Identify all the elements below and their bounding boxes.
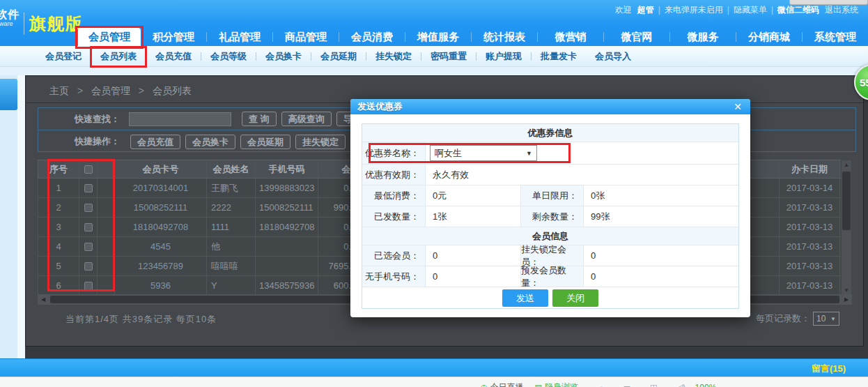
vscroll-thumb[interactable] <box>842 172 851 230</box>
toolbar-icon-3[interactable]: ◳ <box>650 383 657 387</box>
welcome-label: 欢迎 <box>615 5 632 15</box>
coupon-name-select[interactable]: 啊女生 ▼ <box>430 145 537 161</box>
nav-tab-wechat-service[interactable]: 微服务 <box>670 31 736 44</box>
nav-tab-products[interactable]: 商品管理 <box>273 31 339 44</box>
live-icon: ◷ <box>481 383 488 387</box>
edition-label: 旗舰版 <box>29 13 84 35</box>
row-checkbox[interactable] <box>84 223 93 232</box>
cell-name: Y <box>207 276 256 295</box>
logo-divider <box>24 13 24 35</box>
cell-name: 1111 <box>207 218 256 236</box>
zoom-level[interactable]: 100% <box>695 383 717 387</box>
locked-members-label: 挂失锁定会员： <box>521 245 584 266</box>
subnav-member-level[interactable]: 会员等级 <box>201 50 256 63</box>
cell-phone: 15008252111 <box>256 198 318 217</box>
col-name: 会员姓名 <box>207 160 256 178</box>
subnav-member-register[interactable]: 会员登记 <box>36 50 91 63</box>
search-button[interactable]: 查 询 <box>242 112 277 126</box>
quick-find-input[interactable] <box>129 112 231 126</box>
nav-tab-distribution-mall[interactable]: 分销商城 <box>736 31 802 44</box>
nav-tab-system[interactable]: 系统管理 <box>803 31 868 44</box>
subnav-card-replace[interactable]: 会员换卡 <box>256 50 311 63</box>
pagination-summary: 当前第1/4页 共39条记录 每页10条 <box>65 313 217 326</box>
col-phone: 手机号码 <box>256 160 318 178</box>
hide-menu-link[interactable]: 隐藏菜单 <box>734 5 767 15</box>
nav-tab-wechat-site[interactable]: 微官网 <box>604 31 669 44</box>
extend-button[interactable]: 会员延期 <box>240 135 290 149</box>
live-toolbar-item[interactable]: ◷今日直播 <box>481 381 524 387</box>
nav-tab-value-added[interactable]: 增值服务 <box>405 31 471 44</box>
nav-tab-reports[interactable]: 统计报表 <box>472 31 537 44</box>
cell-date: 2017-03-13 <box>780 198 840 217</box>
breadcrumb-home[interactable]: 主页 <box>49 85 69 96</box>
advanced-search-button[interactable]: 高级查询 <box>281 112 332 126</box>
volume-icon[interactable]: ◁) <box>676 383 685 387</box>
subnav-withdraw[interactable]: 账户提现 <box>476 50 531 63</box>
cell-name: 嘻嘻嘻 <box>207 257 256 275</box>
logout-link[interactable]: 退出系统 <box>825 5 858 15</box>
send-button[interactable]: 发送 <box>502 289 548 307</box>
toolbar-icon-2[interactable]: ▭ <box>623 383 630 387</box>
nav-tab-wechat-marketing[interactable]: 微营销 <box>538 31 603 44</box>
cell-phone: 13458575936 <box>256 276 318 295</box>
messages-link[interactable]: 留言(15) <box>812 363 846 375</box>
subnav-password-reset[interactable]: 密码重置 <box>421 50 476 63</box>
col-date: 办卡日期 <box>780 160 840 178</box>
sidebar-collapse-handle[interactable] <box>0 79 17 110</box>
toolbar-icon-1[interactable]: ◔ <box>599 384 604 387</box>
subnav-member-recharge[interactable]: 会员充值 <box>146 50 201 63</box>
breadcrumb-member-management[interactable]: 会员管理 <box>91 85 130 96</box>
no-phone-label: 无手机号码： <box>362 266 426 287</box>
recharge-button[interactable]: 会员充值 <box>130 135 180 149</box>
subnav-member-list[interactable]: 会员列表 <box>91 50 146 63</box>
nav-tab-gifts[interactable]: 礼品管理 <box>207 31 272 44</box>
row-checkbox[interactable] <box>84 262 93 271</box>
loss-lock-button[interactable]: 挂失锁定 <box>295 135 346 149</box>
subnav-member-import[interactable]: 会员导入 <box>586 50 640 63</box>
row-checkbox[interactable] <box>84 184 93 192</box>
nav-tab-points[interactable]: 积分管理 <box>141 31 206 44</box>
app-window: 欢迎超管|来电弹屏未启用|隐藏菜单|微信二维码退出系统 软件 ftware 旗舰… <box>0 0 868 387</box>
browser-chrome-sliver <box>789 0 868 5</box>
col-seq: 序号 <box>38 160 79 178</box>
locked-members-value: 0 <box>584 245 738 266</box>
select-all-checkbox[interactable] <box>84 165 93 174</box>
main-nav: 会员管理 积分管理 礼品管理 商品管理 会员消费 增值服务 统计报表 微营销 微… <box>78 28 868 46</box>
close-button[interactable]: 关闭 <box>552 289 598 307</box>
current-user[interactable]: 超管 <box>637 5 654 15</box>
call-popup-status[interactable]: 来电弹屏未启用 <box>665 5 723 15</box>
cell-phone: 18180492708 <box>256 218 318 236</box>
replace-card-button[interactable]: 会员换卡 <box>185 135 235 149</box>
remain-count-value: 99张 <box>584 206 738 227</box>
row-checkbox[interactable] <box>84 243 93 251</box>
row-checkbox[interactable] <box>84 282 93 290</box>
presend-count-value: 0 <box>584 266 738 287</box>
cell-card: 15008252111 <box>115 198 207 217</box>
cell-date: 2017-03-13 <box>780 237 840 256</box>
sub-nav: 会员登记 会员列表 会员充值 会员等级 会员换卡 会员延期 挂失锁定 密码重置 … <box>0 46 868 67</box>
scroll-left-icon[interactable]: ◀ <box>38 296 49 303</box>
scroll-up-icon[interactable]: ▲ <box>844 160 849 170</box>
page-size-select[interactable]: 10 ▼ <box>813 312 839 326</box>
close-icon[interactable]: ✕ <box>734 102 742 112</box>
dialog-titlebar[interactable]: 发送优惠券 ✕ <box>350 99 750 114</box>
nav-tab-consumption[interactable]: 会员消费 <box>339 31 405 44</box>
cell-name: 他 <box>207 237 256 256</box>
cell-date: 2017-03-13 <box>780 276 840 295</box>
breadcrumb: 主页 > 会员管理 > 会员列表 <box>49 85 192 98</box>
incognito-toolbar-item[interactable]: ▤隐身浏览 <box>535 381 578 387</box>
row-checkbox[interactable] <box>84 204 93 212</box>
cell-phone <box>256 257 318 275</box>
scroll-right-icon[interactable]: ▶ <box>841 296 852 303</box>
table-vertical-scrollbar[interactable]: ▲ ▼ <box>841 160 852 296</box>
subnav-batch-card[interactable]: 批量发卡 <box>532 50 586 63</box>
nav-tab-member-management[interactable]: 会员管理 <box>78 28 141 46</box>
quick-ops-label: 快捷操作： <box>38 135 120 148</box>
subnav-loss-lock[interactable]: 挂失锁定 <box>366 50 421 63</box>
coupon-form: 优惠券信息 优惠券名称： 啊女生 ▼ 优惠有效期： 永久有效 <box>362 123 739 309</box>
wechat-qrcode-link[interactable]: 微信二维码 <box>777 5 819 15</box>
subnav-member-extend[interactable]: 会员延期 <box>311 50 366 63</box>
app-logo: 软件 ftware <box>0 8 20 27</box>
sent-count-label: 已发数量： <box>362 206 426 227</box>
validity-label: 优惠有效期： <box>362 165 426 185</box>
